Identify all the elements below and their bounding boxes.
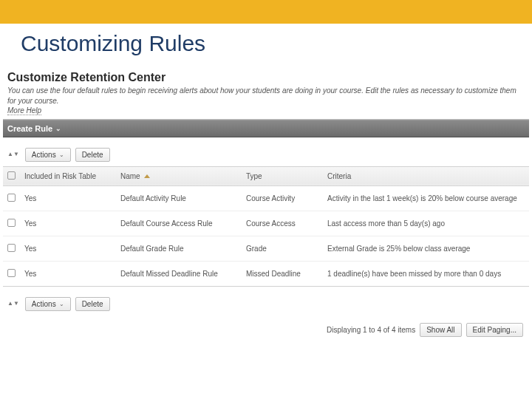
reorder-icon: ▲▼	[7, 301, 19, 307]
chevron-down-icon: ⌄	[59, 301, 64, 307]
actions-label: Actions	[32, 300, 56, 308]
row-checkbox[interactable]	[7, 219, 16, 227]
row-checkbox[interactable]	[7, 194, 16, 202]
table-row: Yes Default Course Access Rule Course Ac…	[3, 211, 529, 236]
cell-criteria: Activity in the last 1 week(s) is 20% be…	[323, 185, 529, 211]
col-name-label: Name	[120, 172, 140, 180]
chevron-down-icon: ⌄	[59, 151, 64, 158]
cell-name[interactable]: Default Grade Rule	[116, 236, 242, 261]
col-name[interactable]: Name	[116, 166, 242, 185]
delete-label: Delete	[82, 151, 103, 159]
cell-criteria: Last access more than 5 day(s) ago	[323, 211, 529, 236]
table-row: Yes Default Activity Rule Course Activit…	[3, 185, 529, 211]
cell-criteria: 1 deadline(s) have been missed by more t…	[323, 261, 529, 286]
panel-description: You can use the four default rules to be…	[3, 86, 529, 117]
gold-accent-bar	[0, 0, 532, 24]
create-rule-button[interactable]: Create Rule ⌄	[7, 124, 61, 133]
rules-table: Included in Risk Table Name Type Criteri…	[3, 166, 529, 287]
delete-label: Delete	[82, 300, 103, 308]
chevron-down-icon: ⌄	[55, 125, 61, 132]
cell-name[interactable]: Default Activity Rule	[116, 185, 242, 211]
cell-included: Yes	[20, 211, 116, 236]
select-all-checkbox[interactable]	[7, 171, 16, 180]
cell-included: Yes	[20, 185, 116, 211]
cell-name[interactable]: Default Missed Deadline Rule	[116, 261, 242, 286]
col-included[interactable]: Included in Risk Table	[20, 166, 116, 185]
panel-description-text: You can use the four default rules to be…	[7, 86, 516, 105]
top-toolbar: ▲▼ Actions ⌄ Delete	[3, 137, 529, 166]
cell-type: Grade	[242, 236, 323, 261]
cell-type: Course Activity	[242, 185, 323, 211]
cell-criteria: External Grade is 25% below class averag…	[323, 236, 529, 261]
cell-type: Course Access	[242, 211, 323, 236]
actions-button-bottom[interactable]: Actions ⌄	[25, 297, 71, 311]
more-help-link[interactable]: More Help	[7, 106, 41, 115]
paging-footer: Displaying 1 to 4 of 4 items Show All Ed…	[3, 316, 529, 344]
paging-status: Displaying 1 to 4 of 4 items	[327, 326, 415, 334]
create-rule-label: Create Rule	[7, 124, 52, 133]
slide-title: Customizing Rules	[0, 24, 532, 66]
delete-button-bottom[interactable]: Delete	[75, 297, 110, 311]
cell-type: Missed Deadline	[242, 261, 323, 286]
edit-paging-button[interactable]: Edit Paging...	[466, 323, 523, 337]
bottom-toolbar: ▲▼ Actions ⌄ Delete	[3, 287, 529, 316]
table-row: Yes Default Missed Deadline Rule Missed …	[3, 261, 529, 286]
reorder-icon: ▲▼	[7, 151, 19, 157]
cell-included: Yes	[20, 236, 116, 261]
select-all-header[interactable]	[3, 166, 20, 185]
create-rule-bar: Create Rule ⌄	[3, 120, 529, 137]
panel-title: Customize Retention Center	[3, 66, 529, 86]
row-checkbox[interactable]	[7, 244, 16, 252]
actions-label: Actions	[32, 151, 56, 159]
delete-button-top[interactable]: Delete	[75, 148, 110, 162]
row-checkbox[interactable]	[7, 269, 16, 277]
cell-name[interactable]: Default Course Access Rule	[116, 211, 242, 236]
table-row: Yes Default Grade Rule Grade External Gr…	[3, 236, 529, 261]
actions-button-top[interactable]: Actions ⌄	[25, 148, 71, 162]
cell-included: Yes	[20, 261, 116, 286]
col-criteria[interactable]: Criteria	[323, 166, 529, 185]
show-all-button[interactable]: Show All	[420, 323, 461, 337]
sort-asc-icon	[144, 174, 150, 178]
col-type[interactable]: Type	[242, 166, 323, 185]
